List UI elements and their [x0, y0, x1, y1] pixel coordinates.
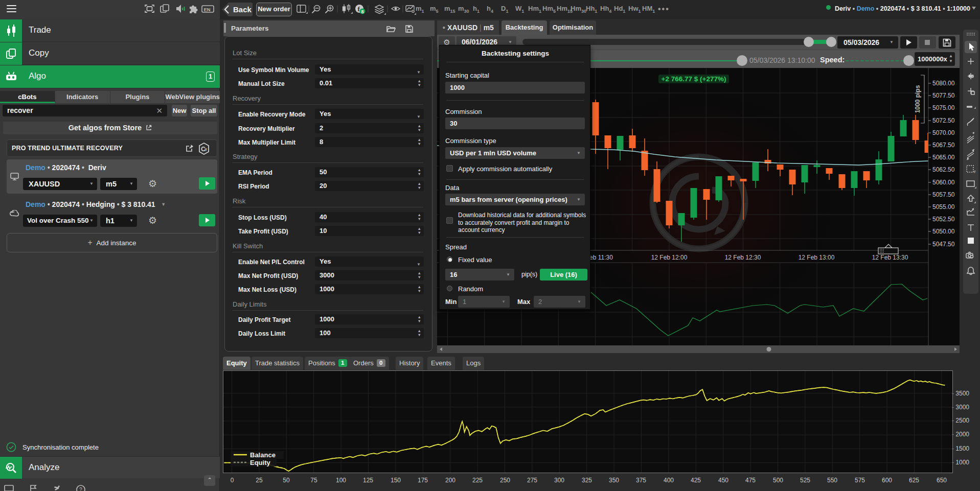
- svg-text:1000 pips: 1000 pips: [914, 85, 921, 113]
- svg-text:5067.50: 5067.50: [932, 142, 955, 149]
- svg-text:5072.50: 5072.50: [932, 117, 955, 124]
- svg-text:12 Feb 13:00: 12 Feb 13:00: [799, 254, 835, 261]
- svg-text:Back: Back: [233, 5, 252, 14]
- svg-text:5065.00: 5065.00: [932, 154, 955, 161]
- svg-text:5070.00: 5070.00: [932, 129, 955, 136]
- svg-text:?: ?: [79, 487, 82, 491]
- svg-text:5052.50: 5052.50: [932, 216, 955, 223]
- svg-text:5077.50: 5077.50: [932, 92, 955, 99]
- svg-text:EN: EN: [204, 7, 211, 12]
- svg-text:5080.00: 5080.00: [932, 80, 955, 87]
- svg-text:12 Feb 12:30: 12 Feb 12:30: [725, 254, 761, 261]
- svg-text:Equity: Equity: [250, 459, 270, 466]
- svg-text:5050.00: 5050.00: [932, 228, 955, 235]
- svg-text:+2 766.77 $ (+277%): +2 766.77 $ (+277%): [662, 75, 726, 83]
- svg-text:5062.50: 5062.50: [932, 166, 955, 173]
- svg-text:5075.00: 5075.00: [932, 104, 955, 111]
- svg-text:5047.50: 5047.50: [932, 241, 955, 248]
- svg-text:12 Feb 12:00: 12 Feb 12:00: [651, 254, 688, 261]
- svg-text:5060.00: 5060.00: [932, 179, 955, 186]
- svg-text:5055.00: 5055.00: [932, 203, 955, 211]
- svg-text:F: F: [974, 170, 976, 174]
- svg-text:8: 8: [361, 9, 364, 14]
- svg-text:Balance: Balance: [250, 451, 276, 459]
- svg-text:12 Feb 13:30: 12 Feb 13:30: [872, 254, 908, 261]
- svg-text:#: #: [204, 147, 207, 152]
- svg-text:5057.50: 5057.50: [932, 191, 955, 198]
